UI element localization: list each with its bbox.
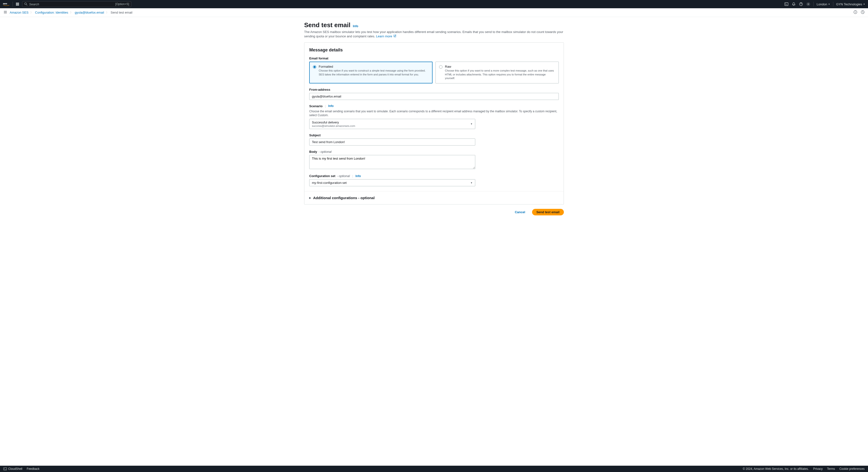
settings-icon[interactable] [806,2,810,6]
config-set-value: my-first-configuration-set [312,181,347,184]
config-set-label: Configuration set - optional | Info [309,174,559,178]
body-field: Body - optional [309,150,559,170]
notifications-icon[interactable] [792,2,796,6]
nav-divider [833,2,833,6]
diagnostics-icon[interactable] [861,10,865,15]
breadcrumb-link-identities[interactable]: Configuration: Identities [35,11,68,14]
scenario-field: Scenario | Info Choose the email sending… [309,104,559,129]
config-set-info-link[interactable]: Info [355,174,361,178]
svg-rect-4 [16,4,17,5]
sidebar-toggle-icon[interactable] [3,10,7,15]
svg-rect-12 [785,3,788,6]
info-panel-icon[interactable] [854,10,857,15]
body-textarea[interactable] [309,155,475,169]
main-content: Send test email Info The Amazon SES mail… [304,17,564,221]
caret-down-icon: ▼ [470,123,473,125]
top-nav: aws [Option+S] London ▼ GYN Technologies… [0,0,868,8]
services-menu-icon[interactable] [16,2,19,6]
help-icon[interactable] [799,2,803,6]
breadcrumb-current: Send test email [111,11,132,14]
search-icon [24,2,28,6]
svg-rect-6 [18,4,19,5]
email-format-label: Email format [309,57,559,60]
caret-down-icon: ▼ [828,3,830,5]
radio-icon [313,65,316,69]
chevron-right-icon: 〉 [106,11,109,14]
scenario-value: Successful delivery [312,121,355,124]
chevron-right-icon: 〉 [30,11,33,14]
global-search[interactable]: [Option+S] [22,1,131,7]
config-set-field: Configuration set - optional | Info my-f… [309,174,559,186]
caret-down-icon: ▼ [863,3,865,5]
breadcrumb-link-ses[interactable]: Amazon SES [10,11,28,14]
svg-rect-3 [18,3,19,4]
additional-config-toggle[interactable]: ▶ Additional configurations - optional [304,191,564,204]
scenario-select[interactable]: Successful delivery success@simulator.am… [309,119,475,129]
nav-divider [12,2,13,6]
radio-formatted-desc: Choose this option if you want to constr… [319,69,429,76]
svg-line-11 [27,5,27,6]
search-shortcut: [Option+S] [115,2,129,6]
svg-rect-1 [16,3,17,4]
caret-right-icon: ▶ [309,197,311,199]
page-description: The Amazon SES mailbox simulator lets yo… [304,30,564,39]
search-input[interactable] [29,2,115,6]
caret-down-icon: ▼ [470,182,473,184]
from-address-field: From-address [309,88,559,100]
learn-more-link[interactable]: Learn more [376,34,396,38]
aws-logo[interactable]: aws [3,2,10,6]
radio-raw[interactable]: Raw Choose this option if you want to se… [435,62,559,83]
region-selector[interactable]: London ▼ [816,2,830,6]
message-details-panel: Message details Email format Formatted C… [304,42,564,204]
chevron-right-icon: 〉 [70,11,73,14]
svg-rect-9 [18,5,19,6]
svg-rect-7 [16,5,17,6]
radio-formatted-title: Formatted [319,65,429,68]
svg-rect-5 [17,4,18,5]
svg-point-20 [855,11,856,12]
account-selector[interactable]: GYN Technologies ▼ [836,2,865,6]
radio-raw-desc: Choose this option if you want to send a… [445,69,555,80]
svg-point-14 [808,4,809,5]
breadcrumb: Amazon SES 〉 Configuration: Identities 〉… [10,11,851,14]
svg-text:aws: aws [3,2,7,5]
radio-raw-title: Raw [445,65,555,68]
email-format-field: Email format Formatted Choose this optio… [309,57,559,83]
body-label: Body - optional [309,150,559,154]
radio-formatted[interactable]: Formatted Choose this option if you want… [309,62,433,83]
scenario-subvalue: success@simulator.amazonses.com [312,125,355,127]
from-address-label: From-address [309,88,559,92]
page-header: Send test email Info The Amazon SES mail… [304,21,564,39]
cancel-button[interactable]: Cancel [510,209,530,215]
cloudshell-icon[interactable] [784,2,788,6]
breadcrumb-link-identity[interactable]: gyula@bluefox.email [75,11,104,14]
scenario-label: Scenario | Info [309,104,559,108]
svg-rect-2 [17,3,18,4]
form-actions: Cancel Send test email [304,209,564,215]
radio-icon [439,65,442,69]
scenario-desc: Choose the email sending scenario that y… [309,109,559,117]
send-test-email-button[interactable]: Send test email [532,209,564,215]
panel-title: Message details [309,47,559,53]
page-title: Send test email [304,21,350,29]
external-link-icon [394,34,396,37]
svg-rect-8 [17,5,18,6]
subject-field: Subject [309,133,559,145]
nav-divider [813,2,814,6]
page-info-link[interactable]: Info [353,25,358,28]
subject-input[interactable] [309,138,475,145]
from-address-input[interactable] [309,93,559,100]
svg-point-10 [25,3,27,5]
subject-label: Subject [309,133,559,137]
scenario-info-link[interactable]: Info [328,104,334,108]
breadcrumb-bar: Amazon SES 〉 Configuration: Identities 〉… [0,8,868,17]
config-set-select[interactable]: my-first-configuration-set ▼ [309,179,475,186]
